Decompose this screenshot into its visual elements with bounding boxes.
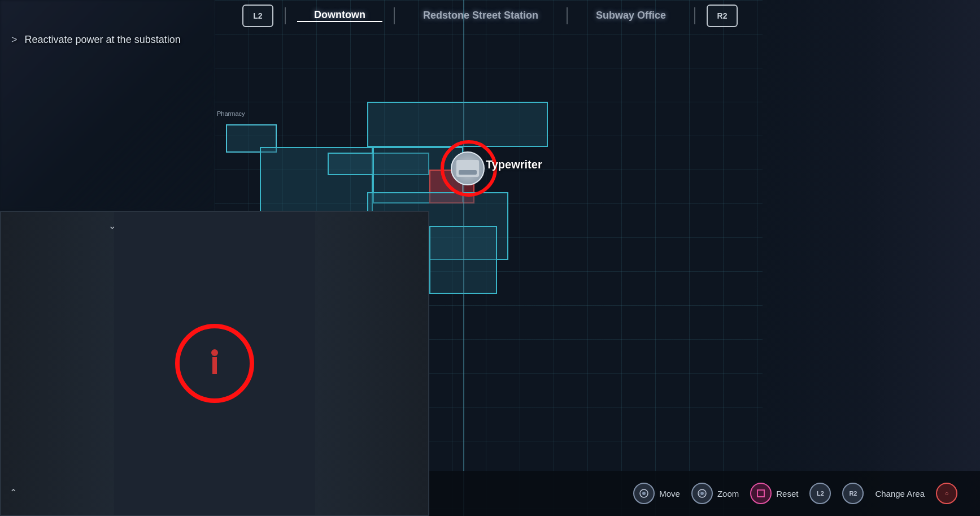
objective-arrow-icon: >	[11, 34, 18, 45]
control-change-area: Change Area	[875, 489, 925, 498]
player-figure	[209, 349, 220, 378]
svg-point-3	[700, 492, 704, 495]
l2-change-label: L2	[817, 490, 824, 497]
tab-redstone[interactable]: Redstone Street Station	[406, 10, 555, 21]
objective-description: Reactivate power at the substation	[25, 34, 181, 45]
tab-divider-1	[394, 7, 395, 24]
control-change-area-r2: R2	[842, 483, 864, 504]
bg-left-shadow	[0, 0, 215, 209]
right-stick-icon	[697, 488, 707, 498]
tab-downtown[interactable]: Downtown	[297, 9, 382, 22]
left-stick-button	[633, 483, 655, 504]
chevron-left-icon: ⌃	[10, 487, 17, 498]
objective-text: > Reactivate power at the substation	[11, 34, 181, 46]
control-move: Move	[633, 483, 680, 504]
circle-icon: ○	[945, 490, 949, 497]
svg-point-1	[642, 492, 646, 495]
gameplay-thumbnail: ⌄ ⌃	[0, 211, 429, 516]
pharmacy-label: Pharmacy	[217, 110, 245, 117]
tab-divider-left	[285, 7, 286, 24]
figure-body	[212, 357, 217, 374]
chevron-down-icon: ⌄	[108, 220, 116, 231]
bg-right-shadow	[754, 0, 980, 516]
r2-change-label: R2	[849, 490, 857, 497]
l2-change-button: L2	[809, 483, 831, 504]
tab-divider-2	[567, 7, 568, 24]
zoom-label: Zoom	[717, 489, 739, 498]
right-stick-button	[691, 483, 713, 504]
change-area-label: Change Area	[875, 489, 925, 498]
r2-button[interactable]: R2	[707, 5, 738, 27]
svg-rect-5	[757, 490, 764, 497]
move-label: Move	[659, 489, 680, 498]
l2-button[interactable]: L2	[242, 5, 273, 27]
square-button	[750, 483, 772, 504]
r2-change-button: R2	[842, 483, 864, 504]
reset-label: Reset	[776, 489, 798, 498]
stick-icon	[639, 488, 649, 498]
square-icon	[756, 489, 765, 498]
circle-button[interactable]: ○	[936, 483, 957, 504]
control-zoom: Zoom	[691, 483, 739, 504]
room-top-center	[367, 102, 548, 147]
map-vertical-line	[463, 0, 464, 516]
typewriter-icon	[451, 151, 485, 185]
tab-divider-right	[694, 7, 695, 24]
navigation-tabs: L2 Downtown Redstone Street Station Subw…	[0, 0, 980, 31]
control-bar: Move Zoom Reset L2 R2	[429, 471, 980, 516]
control-close[interactable]: ○	[936, 483, 957, 504]
figure-head	[211, 349, 218, 356]
control-reset: Reset	[750, 483, 798, 504]
typewriter-label: Typewriter	[486, 158, 542, 171]
typewriter-icon-inner	[456, 160, 479, 177]
control-change-area-l2: L2	[809, 483, 831, 504]
tab-subway[interactable]: Subway Office	[579, 10, 683, 21]
